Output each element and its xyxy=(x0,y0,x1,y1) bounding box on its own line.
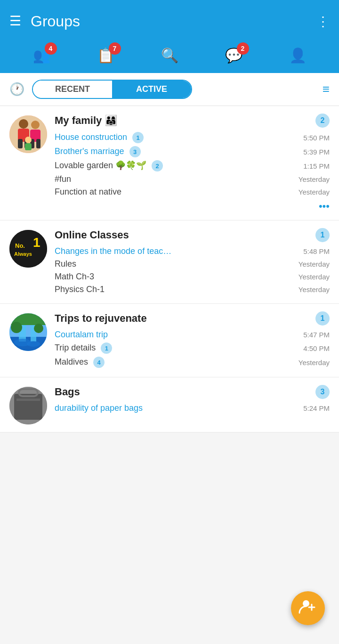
svg-rect-27 xyxy=(16,399,40,401)
chat-time: 5:50 PM xyxy=(303,134,330,142)
toolbar-media[interactable]: 📋 7 xyxy=(97,47,114,64)
toolbar-messages[interactable]: 💬 2 xyxy=(225,47,242,64)
chat-row[interactable]: Brother's marriage 3 5:39 PM xyxy=(55,145,330,159)
group-name-trips: Trips to rejuvenate xyxy=(55,312,147,325)
chat-time: Yesterday xyxy=(299,260,330,268)
svg-text:No.: No. xyxy=(15,242,25,249)
group-card-bags: Bags 3 durability of paper bags 5:24 PM xyxy=(0,377,339,432)
messages-badge: 2 xyxy=(237,42,249,55)
svg-rect-3 xyxy=(18,139,23,148)
group-badge-my-family: 2 xyxy=(315,114,330,128)
header: ☰ Groups ⋮ xyxy=(0,0,339,42)
svg-text:1: 1 xyxy=(33,235,40,250)
active-tab[interactable]: ACTIVE xyxy=(112,81,191,98)
chat-name: durability of paper bags xyxy=(55,403,298,413)
svg-point-9 xyxy=(25,137,32,143)
svg-text:Always: Always xyxy=(14,251,32,257)
chat-row[interactable]: Changes in the mode of teac… 5:48 PM xyxy=(55,245,330,258)
group-content-my-family: My family 👨‍👩‍👧 2 House construction 1 5… xyxy=(55,114,330,212)
group-card-trips: Trips to rejuvenate 1 Courtalam trip 5:4… xyxy=(0,304,339,377)
toolbar-groups[interactable]: 👥 4 xyxy=(33,47,50,64)
chat-name: House construction 1 xyxy=(55,132,298,143)
chat-row[interactable]: #fun Yesterday xyxy=(55,173,330,186)
chat-time: 5:47 PM xyxy=(303,331,330,339)
chat-row[interactable]: Physics Ch-1 Yesterday xyxy=(55,283,330,296)
filter-bar: 🕐 RECENT ACTIVE ≡ xyxy=(0,73,339,106)
chat-badge: 4 xyxy=(93,357,105,368)
chat-name: #fun xyxy=(55,174,293,184)
chat-badge: 3 xyxy=(129,146,141,157)
chat-time: Yesterday xyxy=(299,273,330,281)
group-card-online-classes: No. Always 1 Online Classes 1 Changes in… xyxy=(0,220,339,304)
group-name-online-classes: Online Classes xyxy=(55,229,129,241)
chat-time: Yesterday xyxy=(299,188,330,196)
avatar-online-classes: No. Always 1 xyxy=(9,230,47,268)
chat-name: Maldives 4 xyxy=(55,357,293,368)
svg-point-20 xyxy=(27,341,40,347)
avatar-trips xyxy=(9,313,47,351)
group-content-trips: Trips to rejuvenate 1 Courtalam trip 5:4… xyxy=(55,311,330,369)
toolbar-search[interactable]: 🔍 xyxy=(161,47,178,64)
add-group-fab[interactable] xyxy=(291,591,325,625)
avatar-my-family xyxy=(9,115,47,153)
recent-tab[interactable]: RECENT xyxy=(33,81,112,98)
media-badge: 7 xyxy=(109,42,121,55)
chat-name: Trip details 1 xyxy=(55,342,298,354)
chat-row[interactable]: House construction 1 5:50 PM xyxy=(55,130,330,145)
recent-active-toggle: RECENT ACTIVE xyxy=(32,80,192,99)
svg-point-1 xyxy=(19,119,28,129)
chat-name: Brother's marriage 3 xyxy=(55,146,298,157)
chat-name: Courtalam trip xyxy=(55,330,298,340)
group-badge-trips: 1 xyxy=(315,311,330,326)
svg-rect-10 xyxy=(25,143,32,150)
chat-row[interactable]: Function at native Yesterday xyxy=(55,186,330,198)
group-badge-online-classes: 1 xyxy=(315,228,330,242)
chat-time: Yesterday xyxy=(299,175,330,183)
chat-time: 4:50 PM xyxy=(303,344,330,352)
chat-time: Yesterday xyxy=(299,359,330,367)
toolbar: 👥 4 📋 7 🔍 💬 2 👤 xyxy=(0,42,339,73)
chat-name: Math Ch-3 xyxy=(55,272,293,282)
svg-rect-8 xyxy=(36,139,40,148)
chat-row[interactable]: Trip details 1 4:50 PM xyxy=(55,341,330,355)
group-header-online-classes: Online Classes 1 xyxy=(55,228,330,242)
chat-name: Physics Ch-1 xyxy=(55,285,293,294)
group-badge-bags: 3 xyxy=(315,385,330,399)
group-header-bags: Bags 3 xyxy=(55,385,330,399)
chat-name: Changes in the mode of teac… xyxy=(55,246,298,256)
svg-point-23 xyxy=(34,324,43,333)
chat-badge: 2 xyxy=(152,160,163,171)
chat-time: 5:39 PM xyxy=(303,148,330,156)
filter-icon[interactable]: ≡ xyxy=(323,82,330,97)
hamburger-icon[interactable]: ☰ xyxy=(9,15,21,28)
chat-time: Yesterday xyxy=(299,285,330,293)
clock-icon[interactable]: 🕐 xyxy=(9,82,24,97)
chat-time: 5:48 PM xyxy=(303,247,330,255)
group-header-my-family: My family 👨‍👩‍👧 2 xyxy=(55,114,330,128)
toolbar-profile[interactable]: 👤 xyxy=(289,47,307,64)
header-title: Groups xyxy=(31,13,80,30)
chat-row[interactable]: Courtalam trip 5:47 PM xyxy=(55,328,330,341)
chat-name: Lovable garden 🌳🍀🌱 2 xyxy=(55,160,298,171)
svg-rect-25 xyxy=(14,394,42,420)
search-icon: 🔍 xyxy=(161,47,178,64)
chat-row[interactable]: durability of paper bags 5:24 PM xyxy=(55,402,330,415)
group-content-online-classes: Online Classes 1 Changes in the mode of … xyxy=(55,228,330,296)
header-left: ☰ Groups xyxy=(9,13,80,30)
chat-row[interactable]: Math Ch-3 Yesterday xyxy=(55,270,330,283)
chat-row[interactable]: Rules Yesterday xyxy=(55,258,330,270)
chat-badge: 1 xyxy=(132,132,144,143)
chat-row[interactable]: Lovable garden 🌳🍀🌱 2 1:15 PM xyxy=(55,159,330,173)
chat-time: 5:24 PM xyxy=(303,404,330,412)
chat-name: Function at native xyxy=(55,187,293,197)
more-options-icon[interactable]: ⋮ xyxy=(316,14,330,29)
group-name-bags: Bags xyxy=(55,386,80,398)
more-dots[interactable]: ••• xyxy=(55,200,330,212)
profile-icon: 👤 xyxy=(289,47,307,64)
chat-row[interactable]: Maldives 4 Yesterday xyxy=(55,355,330,369)
group-header-trips: Trips to rejuvenate 1 xyxy=(55,311,330,326)
chat-name: Rules xyxy=(55,259,293,269)
group-content-bags: Bags 3 durability of paper bags 5:24 PM xyxy=(55,385,330,424)
svg-point-22 xyxy=(11,322,22,333)
group-name-my-family: My family 👨‍👩‍👧 xyxy=(55,114,117,127)
